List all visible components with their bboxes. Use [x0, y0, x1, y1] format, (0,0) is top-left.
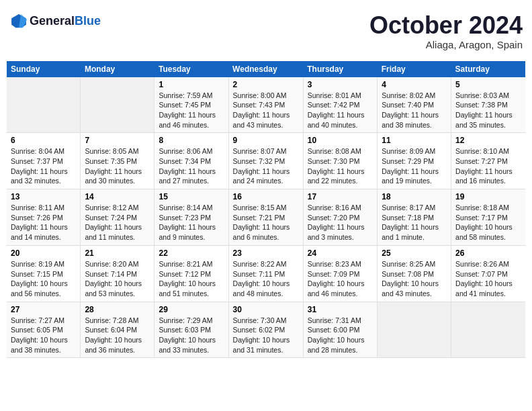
calendar-cell — [81, 77, 154, 133]
calendar-cell: 21Sunrise: 8:20 AM Sunset: 7:14 PM Dayli… — [81, 245, 154, 302]
day-info: Sunrise: 8:17 AM Sunset: 7:18 PM Dayligh… — [382, 203, 447, 242]
calendar-cell — [7, 77, 81, 133]
day-info: Sunrise: 8:05 AM Sunset: 7:35 PM Dayligh… — [85, 146, 150, 186]
day-info: Sunrise: 8:02 AM Sunset: 7:40 PM Dayligh… — [382, 91, 447, 130]
calendar-cell: 8Sunrise: 8:06 AM Sunset: 7:34 PM Daylig… — [154, 133, 228, 189]
weekday-header-monday: Monday — [81, 61, 154, 77]
day-number: 7 — [85, 136, 150, 145]
day-info: Sunrise: 8:14 AM Sunset: 7:23 PM Dayligh… — [159, 203, 224, 242]
day-number: 24 — [308, 248, 373, 258]
calendar-cell: 23Sunrise: 8:22 AM Sunset: 7:11 PM Dayli… — [228, 245, 303, 302]
calendar-cell: 12Sunrise: 8:10 AM Sunset: 7:27 PM Dayli… — [451, 133, 525, 189]
page-header: GeneralBlue October 2024 Aliaga, Aragon,… — [7, 7, 525, 56]
day-info: Sunrise: 7:28 AM Sunset: 6:04 PM Dayligh… — [85, 316, 150, 355]
day-number: 4 — [382, 80, 447, 89]
day-info: Sunrise: 8:11 AM Sunset: 7:26 PM Dayligh… — [11, 203, 76, 242]
calendar-table: SundayMondayTuesdayWednesdayThursdayFrid… — [7, 61, 525, 359]
calendar-cell: 31Sunrise: 7:31 AM Sunset: 6:00 PM Dayli… — [303, 302, 377, 358]
day-number: 3 — [308, 80, 373, 89]
day-info: Sunrise: 8:20 AM Sunset: 7:14 PM Dayligh… — [85, 259, 150, 299]
logo: GeneralBlue — [9, 12, 101, 31]
calendar-cell: 11Sunrise: 8:09 AM Sunset: 7:29 PM Dayli… — [378, 133, 451, 189]
day-number: 27 — [11, 305, 76, 314]
day-info: Sunrise: 8:00 AM Sunset: 7:43 PM Dayligh… — [233, 91, 299, 130]
day-number: 19 — [455, 192, 521, 201]
day-number: 10 — [308, 136, 373, 145]
calendar-cell: 29Sunrise: 7:29 AM Sunset: 6:03 PM Dayli… — [154, 302, 228, 358]
day-number: 12 — [455, 136, 521, 145]
day-info: Sunrise: 7:27 AM Sunset: 6:05 PM Dayligh… — [11, 316, 76, 355]
day-number: 15 — [159, 192, 224, 201]
calendar-cell: 16Sunrise: 8:15 AM Sunset: 7:21 PM Dayli… — [228, 189, 303, 246]
day-number: 22 — [159, 248, 224, 258]
day-number: 29 — [159, 305, 224, 314]
day-number: 31 — [308, 305, 373, 314]
day-number: 18 — [382, 192, 447, 201]
calendar-cell: 17Sunrise: 8:16 AM Sunset: 7:20 PM Dayli… — [303, 189, 377, 246]
calendar-cell: 5Sunrise: 8:03 AM Sunset: 7:38 PM Daylig… — [451, 77, 525, 133]
logo-blue-text: Blue — [75, 14, 101, 28]
day-number: 14 — [85, 192, 150, 201]
weekday-header-saturday: Saturday — [451, 61, 525, 77]
day-info: Sunrise: 8:01 AM Sunset: 7:42 PM Dayligh… — [308, 91, 373, 130]
calendar-cell: 19Sunrise: 8:18 AM Sunset: 7:17 PM Dayli… — [451, 189, 525, 246]
day-number: 9 — [233, 136, 299, 145]
month-year-title: October 2024 — [369, 12, 523, 39]
day-number: 13 — [11, 192, 76, 201]
day-number: 11 — [382, 136, 447, 145]
day-number: 30 — [233, 305, 299, 314]
day-info: Sunrise: 7:29 AM Sunset: 6:03 PM Dayligh… — [159, 316, 224, 355]
day-number: 5 — [455, 80, 521, 89]
day-info: Sunrise: 8:10 AM Sunset: 7:27 PM Dayligh… — [455, 146, 521, 186]
day-info: Sunrise: 8:26 AM Sunset: 7:07 PM Dayligh… — [455, 259, 521, 299]
day-info: Sunrise: 8:08 AM Sunset: 7:30 PM Dayligh… — [308, 146, 373, 186]
calendar-week-5: 27Sunrise: 7:27 AM Sunset: 6:05 PM Dayli… — [7, 302, 525, 358]
day-number: 28 — [85, 305, 150, 314]
calendar-cell: 20Sunrise: 8:19 AM Sunset: 7:15 PM Dayli… — [7, 245, 81, 302]
day-info: Sunrise: 8:15 AM Sunset: 7:21 PM Dayligh… — [233, 203, 299, 242]
day-info: Sunrise: 7:31 AM Sunset: 6:00 PM Dayligh… — [308, 316, 373, 355]
calendar-week-2: 6Sunrise: 8:04 AM Sunset: 7:37 PM Daylig… — [7, 133, 525, 189]
day-number: 23 — [233, 248, 299, 258]
calendar-cell: 26Sunrise: 8:26 AM Sunset: 7:07 PM Dayli… — [451, 245, 525, 302]
day-number: 17 — [308, 192, 373, 201]
calendar-cell: 24Sunrise: 8:23 AM Sunset: 7:09 PM Dayli… — [303, 245, 377, 302]
calendar-cell: 9Sunrise: 8:07 AM Sunset: 7:32 PM Daylig… — [228, 133, 303, 189]
day-number: 1 — [159, 80, 224, 89]
calendar-cell: 18Sunrise: 8:17 AM Sunset: 7:18 PM Dayli… — [378, 189, 451, 246]
calendar-cell: 28Sunrise: 7:28 AM Sunset: 6:04 PM Dayli… — [81, 302, 154, 358]
day-number: 20 — [11, 248, 76, 258]
day-info: Sunrise: 8:12 AM Sunset: 7:24 PM Dayligh… — [85, 203, 150, 242]
day-number: 21 — [85, 248, 150, 258]
calendar-cell: 25Sunrise: 8:25 AM Sunset: 7:08 PM Dayli… — [378, 245, 451, 302]
day-info: Sunrise: 8:21 AM Sunset: 7:12 PM Dayligh… — [159, 259, 224, 299]
day-info: Sunrise: 8:19 AM Sunset: 7:15 PM Dayligh… — [11, 259, 76, 299]
day-info: Sunrise: 8:04 AM Sunset: 7:37 PM Dayligh… — [11, 146, 76, 186]
calendar-cell: 1Sunrise: 7:59 AM Sunset: 7:45 PM Daylig… — [154, 77, 228, 133]
day-info: Sunrise: 8:22 AM Sunset: 7:11 PM Dayligh… — [233, 259, 299, 299]
weekday-header-thursday: Thursday — [303, 61, 377, 77]
calendar-cell: 10Sunrise: 8:08 AM Sunset: 7:30 PM Dayli… — [303, 133, 377, 189]
calendar-cell: 22Sunrise: 8:21 AM Sunset: 7:12 PM Dayli… — [154, 245, 228, 302]
day-info: Sunrise: 7:59 AM Sunset: 7:45 PM Dayligh… — [159, 91, 224, 130]
day-info: Sunrise: 8:09 AM Sunset: 7:29 PM Dayligh… — [382, 146, 447, 186]
calendar-cell: 2Sunrise: 8:00 AM Sunset: 7:43 PM Daylig… — [228, 77, 303, 133]
day-info: Sunrise: 8:23 AM Sunset: 7:09 PM Dayligh… — [308, 259, 373, 299]
location-subtitle: Aliaga, Aragon, Spain — [369, 39, 523, 50]
calendar-week-3: 13Sunrise: 8:11 AM Sunset: 7:26 PM Dayli… — [7, 189, 525, 246]
day-info: Sunrise: 8:25 AM Sunset: 7:08 PM Dayligh… — [382, 259, 447, 299]
calendar-cell: 6Sunrise: 8:04 AM Sunset: 7:37 PM Daylig… — [7, 133, 81, 189]
day-info: Sunrise: 7:30 AM Sunset: 6:02 PM Dayligh… — [233, 316, 299, 355]
day-number: 26 — [455, 248, 521, 258]
day-number: 8 — [159, 136, 224, 145]
calendar-cell: 4Sunrise: 8:02 AM Sunset: 7:40 PM Daylig… — [378, 77, 451, 133]
logo-icon — [9, 12, 28, 31]
day-number: 6 — [11, 136, 76, 145]
day-info: Sunrise: 8:07 AM Sunset: 7:32 PM Dayligh… — [233, 146, 299, 186]
day-number: 25 — [382, 248, 447, 258]
calendar-cell: 27Sunrise: 7:27 AM Sunset: 6:05 PM Dayli… — [7, 302, 81, 358]
calendar-cell: 3Sunrise: 8:01 AM Sunset: 7:42 PM Daylig… — [303, 77, 377, 133]
weekday-header-wednesday: Wednesday — [228, 61, 303, 77]
day-info: Sunrise: 8:18 AM Sunset: 7:17 PM Dayligh… — [455, 203, 521, 242]
weekday-header-sunday: Sunday — [7, 61, 81, 77]
